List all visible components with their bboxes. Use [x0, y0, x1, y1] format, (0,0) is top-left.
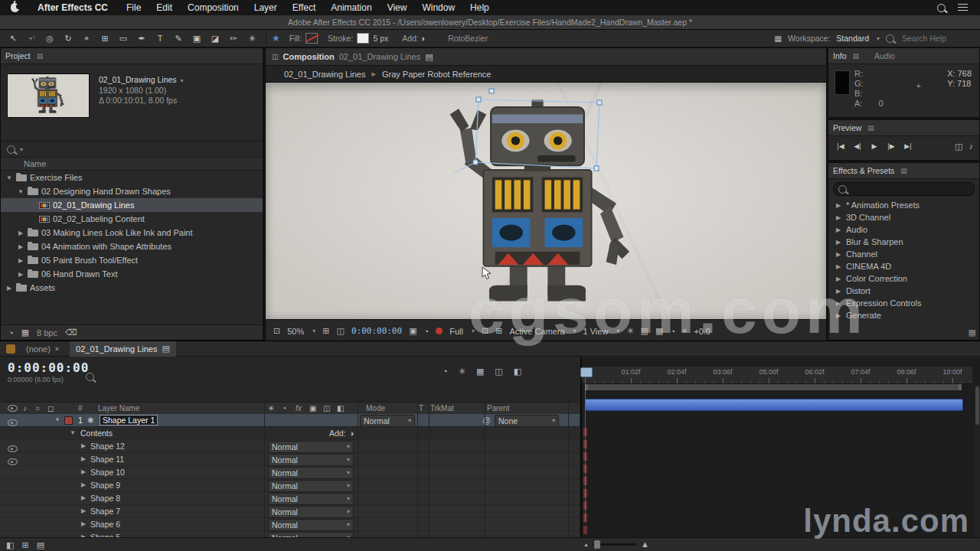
category-label[interactable]: Blur & Sharpen	[846, 237, 903, 246]
preview-panel-menu-icon[interactable]: ▤	[867, 124, 874, 132]
tree-item-label[interactable]: 05 Paint Brush Tool/Effect	[41, 256, 138, 265]
search-help-icon[interactable]	[886, 34, 894, 43]
shape-group-row[interactable]: ▶ Shape 8 Normal▾	[0, 492, 580, 505]
shape-name[interactable]: Shape 7	[90, 505, 120, 517]
resolution-value[interactable]: Full	[449, 327, 463, 336]
mode-column-header[interactable]: Mode	[366, 403, 385, 414]
trkmat-column-header[interactable]: TrkMat	[430, 403, 454, 414]
effects-category-row[interactable]: ▶ Color Correction	[828, 272, 979, 285]
shape-twirl-icon[interactable]: ▶	[80, 440, 87, 452]
menu-item[interactable]: Window	[414, 0, 462, 15]
shape-eye-icon[interactable]	[8, 458, 18, 465]
breadcrumb-comp[interactable]: 02_01_Drawing Lines	[284, 70, 365, 79]
effects-category-row[interactable]: ▶ Generate	[828, 309, 979, 321]
menu-item[interactable]: Effect	[285, 0, 323, 15]
transport-button[interactable]: |▶	[885, 141, 897, 152]
transparency-grid-icon[interactable]: ⊞	[495, 326, 502, 336]
tool-button[interactable]: ↖	[5, 31, 21, 45]
expand-switches-icon[interactable]: ◧	[6, 540, 14, 550]
shape-name[interactable]: Shape 6	[90, 518, 120, 530]
composition-panel-menu-icon[interactable]: ▤	[425, 52, 433, 62]
new-folder-icon[interactable]: ▦	[21, 328, 29, 337]
tool-button[interactable]: ✳	[243, 31, 260, 45]
twirl-icon[interactable]: ▶	[17, 230, 24, 236]
expand-transfer-icon[interactable]: ⊞	[21, 540, 28, 550]
comp-current-time[interactable]: 0:00:00:00	[351, 326, 402, 336]
resolution-arrow[interactable]: ▾	[472, 328, 475, 334]
project-tree-item[interactable]: ▶ 03 Making Lines Look Like Ink and Pain…	[1, 226, 263, 240]
tool-button[interactable]: ↻	[60, 31, 77, 45]
composition-tab-label[interactable]: Composition	[283, 52, 335, 61]
zoom-slider-handle[interactable]	[594, 540, 600, 549]
category-twirl-icon[interactable]: ▶	[835, 312, 842, 319]
shape-blend-mode-dropdown[interactable]: Normal▾	[268, 493, 354, 505]
menu-item[interactable]: Composition	[180, 0, 247, 15]
region-of-interest-icon[interactable]: ⊡	[482, 326, 488, 336]
view-layout-arrow[interactable]: ▾	[616, 328, 619, 334]
shape-selection-overlay[interactable]	[266, 83, 826, 319]
shape-blend-mode-dropdown[interactable]: Normal▾	[268, 441, 354, 453]
project-tree-item[interactable]: ▼ Exercise Files	[1, 171, 263, 184]
grid-guides-icon[interactable]: ⊞	[322, 326, 329, 336]
hide-shy-icon[interactable]: ▦	[476, 367, 484, 377]
ram-preview-icon[interactable]: ◫	[955, 142, 962, 152]
fill-swatch[interactable]	[305, 33, 318, 44]
draft-3d-icon[interactable]: ✳	[459, 367, 466, 377]
exposure-icon[interactable]: ⌖	[682, 326, 687, 336]
shape-blend-mode-dropdown[interactable]: Normal▾	[268, 480, 354, 492]
shape-twirl-icon[interactable]: ▶	[80, 518, 87, 530]
layer-mode-dropdown[interactable]: Normal▾	[360, 415, 415, 427]
comp-mini-flowchart-icon[interactable]: ◔	[443, 367, 448, 377]
effects-category-row[interactable]: ▶ CINEMA 4D	[828, 260, 979, 272]
contents-row[interactable]: ▼ Contents Add: ◑	[0, 427, 580, 440]
menu-item[interactable]: Layer	[247, 0, 285, 15]
parent-column-header[interactable]: Parent	[487, 403, 509, 414]
view-layout-value[interactable]: 1 View	[583, 327, 609, 336]
twirl-icon[interactable]: ▶	[17, 271, 24, 278]
t-column-header[interactable]: T	[419, 403, 423, 414]
panel-lock-icon[interactable]: ◫	[272, 53, 279, 60]
project-tree-item[interactable]: ▶ 06 Hand Drawn Text	[1, 267, 263, 281]
timeline-button-icon[interactable]: ▦	[655, 326, 663, 336]
project-tab[interactable]: Project	[5, 51, 31, 60]
shape-group-row[interactable]: ▶ Shape 12 Normal▾	[0, 440, 580, 453]
composition-viewport[interactable]	[266, 83, 826, 319]
shape-star-icon[interactable]: ★	[272, 33, 280, 44]
menu-item[interactable]: Animation	[323, 0, 379, 15]
notification-center-icon[interactable]	[958, 4, 968, 11]
effects-panel-menu-icon[interactable]: ▤	[900, 167, 907, 174]
trash-icon[interactable]: ⌫	[65, 328, 77, 337]
shape-twirl-icon[interactable]: ▶	[80, 505, 87, 517]
shape-group-row[interactable]: ▶ Shape 10 Normal▾	[0, 466, 580, 479]
project-tree-item[interactable]: ▶ 04 Animation with Shape Attributes	[1, 240, 263, 253]
shape-name[interactable]: Shape 8	[90, 492, 120, 504]
shape-blend-mode-dropdown[interactable]: Normal▾	[268, 519, 354, 531]
shape-name[interactable]: Shape 10	[90, 466, 125, 478]
menu-item[interactable]: File	[119, 0, 149, 15]
shape-twirl-icon[interactable]: ▶	[80, 453, 87, 465]
project-search-arrow[interactable]: ▾	[20, 146, 23, 153]
mask-toggle-icon[interactable]: ◫	[336, 326, 344, 336]
category-twirl-icon[interactable]: ▶	[835, 288, 842, 295]
panel-menu-icon[interactable]: ▤	[37, 52, 44, 60]
workspace-dropdown-arrow[interactable]: ▾	[877, 35, 880, 42]
effects-search-input[interactable]	[851, 184, 961, 194]
interpret-footage-icon[interactable]: ◔	[8, 328, 14, 337]
tree-item-label[interactable]: 03 Making Lines Look Like Ink and Paint	[41, 228, 193, 237]
effects-search-box[interactable]	[833, 182, 975, 196]
show-snapshot-icon[interactable]: ◔	[424, 327, 430, 336]
shape-twirl-icon[interactable]: ▶	[80, 492, 87, 504]
tool-button[interactable]: ✏	[225, 31, 242, 45]
shape-twirl-icon[interactable]: ▶	[80, 479, 87, 491]
menu-item[interactable]: Help	[462, 0, 497, 15]
zoom-in-mountain-icon[interactable]: ▲	[641, 540, 649, 549]
footage-thumbnail[interactable]	[7, 73, 90, 118]
tool-button[interactable]: ◪	[207, 31, 224, 45]
effect-switch-icon[interactable]: ◫	[323, 403, 330, 414]
project-tree-item[interactable]: 02_01_Drawing Lines	[1, 198, 263, 212]
pixel-aspect-icon[interactable]: ✳	[626, 326, 633, 336]
preview-tab[interactable]: Preview	[833, 123, 861, 132]
exposure-value[interactable]: +0.0	[694, 327, 710, 336]
solo-column-icon[interactable]: ○	[35, 403, 40, 414]
shape-blend-mode-dropdown[interactable]: Normal▾	[268, 506, 354, 518]
